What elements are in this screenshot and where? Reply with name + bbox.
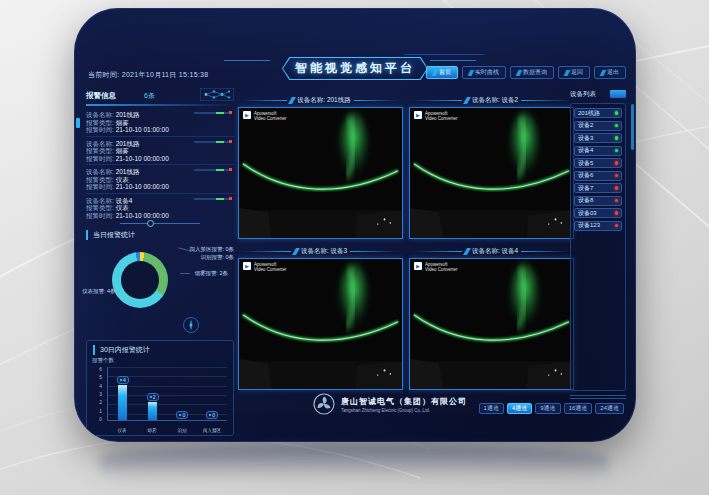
bar-value-label: 0 bbox=[206, 411, 218, 419]
bar-group: 2 bbox=[142, 367, 164, 420]
nav-home-button[interactable]: 首页 bbox=[426, 66, 458, 79]
alarm-type: 仪表 bbox=[116, 204, 129, 211]
alarm-count-badge: 6条 bbox=[144, 91, 155, 101]
device-name: 201线路 bbox=[116, 111, 140, 118]
alarm-list-item[interactable]: 设备名称: 设备4 报警类型: 仪表 报警时间: 21-10-10 00:00:… bbox=[86, 194, 234, 221]
device-name: 设备4 bbox=[578, 146, 593, 155]
device-list-item[interactable]: 设备123 bbox=[574, 221, 622, 231]
video-panel-4[interactable]: 设备名称: 设备4 ▶ ApowersoftVideo Converter bbox=[409, 245, 574, 390]
nav-realtime-curve-button[interactable]: 实时曲线 bbox=[462, 66, 506, 79]
screen-edge-accent bbox=[76, 118, 80, 128]
device-list-tab[interactable] bbox=[610, 90, 626, 98]
device-list-item[interactable]: 设备6 bbox=[574, 171, 622, 181]
company-name-cn: 唐山智诚电气（集团）有限公司 bbox=[341, 396, 467, 407]
field-label: 报警类型: bbox=[86, 119, 114, 126]
alarm-list[interactable]: 设备名称: 201线路 报警类型: 烟雾 报警时间: 21-10-10 01:0… bbox=[86, 108, 234, 220]
device-list-item[interactable]: 设备5 bbox=[574, 158, 622, 168]
nav-label: 首页 bbox=[439, 68, 451, 77]
watermark-line2: Video Converter bbox=[254, 116, 286, 121]
video-wall: 设备名称: 201线路 ▶ ApowersoftVideo Converter bbox=[238, 94, 574, 390]
watermark: ▶ ApowersoftVideo Converter bbox=[243, 262, 286, 272]
device-list-item[interactable]: 201线路 bbox=[574, 108, 622, 118]
status-dot bbox=[615, 211, 619, 215]
device-name: 设备4 bbox=[116, 197, 133, 204]
nav-label: 退出 bbox=[607, 68, 619, 77]
field-label: 报警时间: bbox=[86, 183, 114, 190]
device-list-item[interactable]: 设备3 bbox=[574, 133, 622, 143]
alarm-type: 烟雾 bbox=[116, 119, 129, 126]
bar-value-label: 0 bbox=[176, 411, 188, 419]
field-label: 报警类型: bbox=[86, 176, 114, 183]
header-line bbox=[242, 100, 287, 101]
alarm-list-item[interactable]: 设备名称: 201线路 报警类型: 仪表 报警时间: 21-10-10 00:0… bbox=[86, 165, 234, 194]
video-thumbnail bbox=[410, 108, 573, 238]
donut-label: 烟雾报警: 2条 bbox=[194, 270, 228, 277]
nav-exit-button[interactable]: 退出 bbox=[594, 66, 626, 79]
watermark-line2: Video Converter bbox=[425, 116, 457, 121]
device-list-item[interactable]: 设备8 bbox=[574, 196, 622, 206]
x-tick: 闯入禁区 bbox=[202, 427, 222, 432]
right-scrollbar[interactable] bbox=[631, 104, 634, 150]
nav-data-query-button[interactable]: 数据查询 bbox=[510, 66, 554, 79]
channel-24-button[interactable]: 24通道 bbox=[595, 403, 624, 414]
channel-1-button[interactable]: 1通道 bbox=[479, 403, 504, 414]
watermark: ▶ ApowersoftVideo Converter bbox=[243, 111, 286, 121]
header-line bbox=[354, 100, 399, 101]
status-dot bbox=[615, 224, 619, 228]
monthly-stats-title: 30日内报警统计 bbox=[93, 345, 150, 355]
alarm-list-item[interactable]: 设备名称: 201线路 报警类型: 烟雾 报警时间: 21-10-10 01:0… bbox=[86, 108, 234, 137]
donut-label: 闯入禁区报警: 0条 bbox=[189, 246, 234, 253]
donut-label: 识别报警: 0条 bbox=[200, 254, 234, 261]
channel-16-button[interactable]: 16通道 bbox=[564, 403, 593, 414]
nav-back-button[interactable]: 返回 bbox=[558, 66, 590, 79]
video-frame[interactable]: ▶ ApowersoftVideo Converter bbox=[238, 258, 403, 390]
slash-icon bbox=[468, 70, 475, 76]
apowersoft-logo-icon: ▶ bbox=[414, 111, 422, 119]
device-list-item[interactable]: 设备7 bbox=[574, 183, 622, 193]
video-frame[interactable]: ▶ ApowersoftVideo Converter bbox=[409, 107, 574, 239]
field-label: 报警时间: bbox=[86, 155, 114, 162]
watermark: ▶ ApowersoftVideo Converter bbox=[414, 111, 457, 121]
device-list-item[interactable]: 设备4 bbox=[574, 146, 622, 156]
donut-label: 仪表报警: 4条 bbox=[82, 288, 116, 295]
daily-stats-title: 当日报警统计 bbox=[86, 230, 234, 240]
x-tick: 烟雾 bbox=[142, 427, 162, 432]
video-panel-label: 设备名称: 设备2 bbox=[472, 96, 518, 105]
network-nodes-icon bbox=[200, 88, 234, 101]
status-dot bbox=[615, 111, 619, 115]
header-divider bbox=[224, 60, 270, 61]
watermark-line2: Video Converter bbox=[254, 267, 286, 272]
alarm-time: 21-10-10 00:00:00 bbox=[116, 183, 169, 190]
video-frame[interactable]: ▶ ApowersoftVideo Converter bbox=[409, 258, 574, 390]
video-panel-1[interactable]: 设备名称: 201线路 ▶ ApowersoftVideo Converter bbox=[238, 94, 403, 239]
alarm-type: 烟雾 bbox=[116, 147, 129, 154]
compass-icon bbox=[182, 316, 200, 334]
y-tick: 2 bbox=[99, 399, 102, 405]
dashboard-screen: 当前时间: 2021年10月11日 15:15:38 智能视觉感知平台 首页 实… bbox=[74, 8, 636, 442]
company-name-en: Tangshan Zhicheng Electric (Group) Co.,L… bbox=[341, 408, 467, 413]
channel-4-button[interactable]: 4通道 bbox=[507, 403, 532, 414]
header-line bbox=[521, 100, 570, 101]
alarm-level-meter bbox=[194, 169, 232, 171]
header-line bbox=[350, 251, 399, 252]
video-panel-2[interactable]: 设备名称: 设备2 ▶ ApowersoftVideo Converter bbox=[409, 94, 574, 239]
device-list-item[interactable]: 设备2 bbox=[574, 121, 622, 131]
y-axis-ticks: 6 5 4 3 2 1 0 bbox=[95, 366, 102, 422]
top-nav: 首页 实时曲线 数据查询 返回 退出 bbox=[426, 66, 626, 79]
daily-alarm-stats-section: 当日报警统计 闯入禁区报警: 0条 识别报警: 0条 烟雾报警: 2条 仪表报警… bbox=[86, 230, 234, 318]
video-panel-3[interactable]: 设备名称: 设备3 ▶ ApowersoftVideo Converter bbox=[238, 245, 403, 390]
y-tick: 5 bbox=[99, 374, 102, 380]
video-panel-label: 设备名称: 设备4 bbox=[472, 247, 518, 256]
channel-9-button[interactable]: 9通道 bbox=[535, 403, 560, 414]
device-list-title: 设备列表 bbox=[570, 90, 596, 99]
bar-fill bbox=[148, 402, 157, 420]
device-list[interactable]: 201线路 设备2 设备3 设备4 设备5 设备6 设备7 设备8 设备03 设… bbox=[570, 103, 626, 391]
daily-donut bbox=[112, 252, 168, 308]
alarm-level-meter bbox=[194, 198, 232, 200]
alarm-list-scroll-handle[interactable] bbox=[120, 223, 200, 224]
video-frame[interactable]: ▶ ApowersoftVideo Converter bbox=[238, 107, 403, 239]
y-tick: 1 bbox=[99, 408, 102, 414]
alarm-panel-title: 报警信息 bbox=[86, 91, 116, 101]
alarm-list-item[interactable]: 设备名称: 201线路 报警类型: 烟雾 报警时间: 21-10-10 00:0… bbox=[86, 137, 234, 166]
device-list-item[interactable]: 设备03 bbox=[574, 208, 622, 218]
